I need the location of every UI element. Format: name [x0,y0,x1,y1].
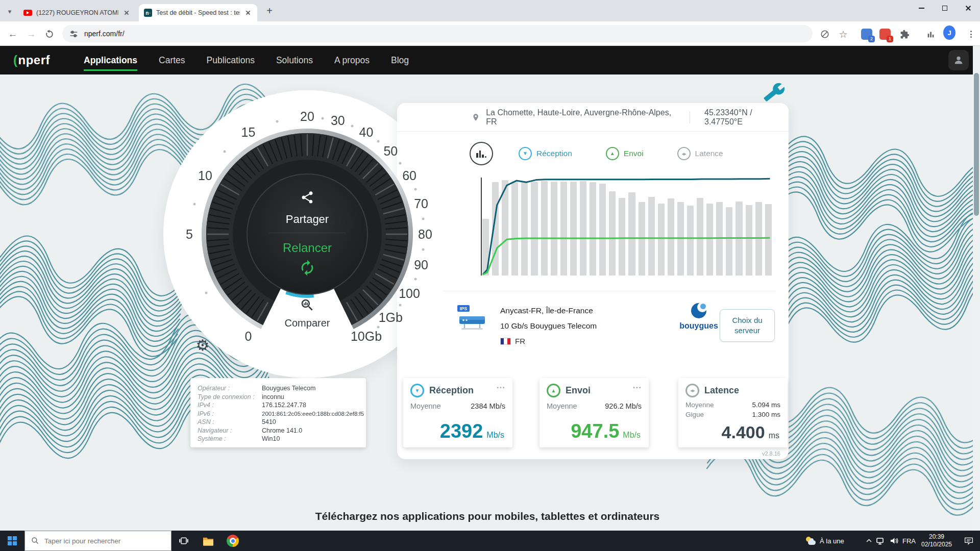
legend-item-envoi[interactable]: ▲Envoi [606,147,644,160]
legend-label: Réception [536,149,572,158]
tab-nperf[interactable]: n› Test de débit - Speed test : test [139,4,257,21]
volume-tray-icon[interactable] [887,531,900,551]
account-button[interactable] [948,50,969,70]
compare-icon[interactable] [300,297,315,315]
nav-item-solutions[interactable]: Solutions [276,52,313,69]
windows-taskbar: À la une FRA 20:39 02/10/2025 [0,531,980,551]
chevron-up-icon [866,539,872,543]
reception-title: Réception [429,385,474,396]
file-explorer-button[interactable] [196,531,220,551]
tab-close-icon[interactable] [122,9,131,17]
forward-icon[interactable]: → [24,28,38,41]
blocked-content-icon[interactable] [819,28,831,40]
search-icon [31,537,39,545]
extension-2-badge: 1 [887,36,893,42]
nperf-logo[interactable]: (nperf [13,53,50,67]
close-button[interactable] [957,0,980,16]
start-button[interactable] [0,531,24,551]
news-widget[interactable]: À la une [805,531,862,551]
gauge-scale-90: 90 [414,257,428,272]
restart-button[interactable]: Relancer [283,241,332,255]
back-icon[interactable]: ← [6,28,19,41]
logo-text: nperf [18,53,51,67]
media-controls-icon[interactable] [925,28,937,40]
language-indicator[interactable]: FRA [900,531,918,551]
compare-button[interactable]: Comparer [285,317,330,329]
nav-item-applications[interactable]: Applications [84,52,137,69]
site-header: (nperf ApplicationsCartesPublicationsSol… [0,46,980,74]
connection-info-card: Opérateur :Bouygues TelecomType de conne… [190,378,366,447]
tab-title: Test de débit - Speed test : test [156,9,240,16]
upload-menu-button[interactable]: ... [633,384,642,388]
action-center-button[interactable] [959,531,979,551]
scrollbar-thumb[interactable] [974,73,979,216]
legend-item-réception[interactable]: ▼Réception [519,147,572,160]
legend-label: Latence [695,149,723,158]
chrome-button[interactable] [220,531,245,551]
jitter-value: 1.300 ms [752,411,780,418]
legend-item-latence[interactable]: ◀▶Latence [677,147,723,160]
tab-youtube[interactable]: (1227) ROUGEYRON ATOMISE [18,4,136,21]
page-scrollbar[interactable] [973,46,980,531]
search-input[interactable] [44,537,157,545]
tray-expand-button[interactable] [863,531,875,551]
server-choice-button[interactable]: Choix du serveur [720,309,775,342]
upload-icon: ▲ [547,384,560,397]
detail-value: Bouygues Telecom [262,384,315,393]
news-label: À la une [820,537,844,545]
task-view-button[interactable] [172,531,196,551]
share-button[interactable]: Partager [286,213,329,226]
browser-menu-icon[interactable] [965,28,977,40]
average-label: Moyenne [685,401,714,409]
windows-logo-icon [8,536,17,545]
browser-toolbar: ← → nperf.com/fr/ ☆ 2 1 J [0,21,980,46]
gauge-scale-1Gb: 1Gb [379,310,403,325]
reload-icon[interactable] [43,28,56,41]
gauge-scale-20: 20 [300,109,314,124]
nav-item-blog[interactable]: Blog [391,52,409,69]
reception-menu-button[interactable]: ... [497,384,505,388]
detail-value: Win10 [262,435,280,443]
restart-icon[interactable] [299,259,316,279]
detail-row: ASN :5410 [198,418,359,427]
maximize-button[interactable] [933,0,957,16]
chart-type-icon[interactable] [470,142,493,165]
profile-avatar[interactable]: J [943,27,955,39]
nav-item-a-propos[interactable]: A propos [334,52,370,69]
extensions-puzzle-icon[interactable] [898,28,911,40]
logo-accent: ( [13,53,18,67]
bouygues-logo: bouygues [671,303,727,331]
share-icon[interactable] [300,190,314,207]
tools-wrench-icon[interactable] [764,82,785,105]
detail-row: Type de connexion :inconnu [198,393,359,402]
tab-title: (1227) ROUGEYRON ATOMISE [36,9,118,16]
bookmark-star-icon[interactable]: ☆ [837,28,849,40]
ips-tag: IPS [460,306,468,311]
version-text: v2.8.16 [762,450,780,457]
latence-legend-icon: ◀▶ [677,147,691,160]
extension-1-icon[interactable]: 2 [861,28,873,40]
taskbar-search[interactable] [24,531,172,551]
tab-close-icon[interactable] [244,9,252,17]
site-settings-icon[interactable] [69,30,78,38]
detail-value: Chrome 141.0 [262,427,302,435]
reception-icon: ▼ [410,384,424,397]
gauge-scale-labels: 05101520304050607080901001Gb10Gb [169,96,445,372]
average-label: Moyenne [410,402,441,410]
jitter-label: Gigue [685,411,704,418]
network-tray-icon[interactable] [874,531,887,551]
minimize-button[interactable] [910,0,933,16]
gear-icon[interactable]: ⚙ [194,337,211,354]
gauge-scale-10Gb: 10Gb [351,329,382,344]
clock[interactable]: 20:39 02/10/2025 [918,531,955,551]
nav-item-publications[interactable]: Publications [207,52,255,69]
file-explorer-icon [203,536,214,546]
gauge-tick-dot [422,248,425,251]
envoi-legend-icon: ▲ [606,147,619,160]
new-tab-button[interactable]: + [263,5,276,17]
server-name: Anycast-FR, Île-de-France [500,306,593,315]
extension-2-icon[interactable]: 1 [879,28,891,40]
address-bar[interactable]: nperf.com/fr/ [62,25,813,42]
tab-list-chevron-icon[interactable]: ▾ [4,6,15,17]
nav-item-cartes[interactable]: Cartes [159,52,185,69]
